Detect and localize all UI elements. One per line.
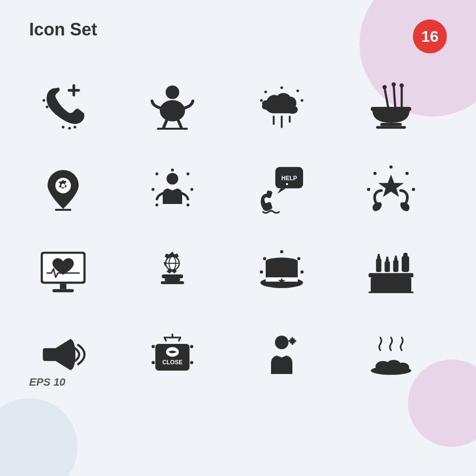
hat-star-icon [248, 238, 316, 306]
page-title: Icon Set [29, 19, 97, 40]
overweight-person-icon [138, 73, 206, 141]
badge-number: 16 [413, 19, 447, 53]
help-phone-icon: HELP [248, 155, 316, 223]
svg-point-3 [43, 99, 46, 102]
main-container: Icon Set 16 [0, 0, 476, 408]
svg-point-41 [390, 166, 393, 169]
svg-point-60 [266, 257, 298, 265]
footer-label: EPS 10 [29, 376, 66, 389]
svg-rect-69 [371, 277, 411, 292]
svg-rect-27 [376, 126, 406, 129]
svg-point-64 [297, 257, 301, 260]
svg-rect-26 [380, 123, 402, 126]
global-settings-icon [138, 238, 206, 306]
creative-person-icon [138, 155, 206, 223]
svg-point-14 [296, 89, 299, 92]
svg-marker-46 [378, 174, 404, 197]
svg-rect-72 [378, 254, 380, 257]
svg-point-66 [260, 271, 263, 274]
svg-point-11 [260, 99, 263, 102]
svg-rect-49 [60, 284, 66, 289]
star-hands-icon [357, 155, 425, 223]
svg-rect-75 [386, 256, 388, 260]
svg-point-43 [406, 172, 409, 175]
svg-point-34 [171, 169, 174, 171]
svg-point-32 [155, 204, 158, 206]
header: Icon Set 16 [29, 19, 447, 53]
location-gear-icon [29, 155, 97, 223]
svg-point-83 [67, 340, 76, 370]
svg-text:HELP: HELP [281, 175, 297, 182]
svg-point-30 [155, 172, 158, 175]
svg-rect-70 [376, 259, 381, 272]
bg-decoration-bottom-left [0, 398, 78, 476]
svg-rect-68 [369, 273, 413, 277]
cloud-rain-icon [248, 73, 316, 141]
svg-point-103 [396, 363, 409, 373]
svg-rect-76 [393, 260, 398, 272]
svg-point-63 [263, 257, 267, 260]
svg-point-92 [190, 345, 193, 348]
svg-point-65 [280, 250, 284, 254]
svg-rect-80 [403, 253, 408, 257]
svg-point-37 [167, 173, 178, 185]
svg-point-2 [46, 105, 49, 108]
noodle-bowl-icon [357, 73, 425, 141]
svg-point-23 [382, 85, 387, 89]
svg-line-20 [385, 88, 389, 108]
svg-point-5 [62, 126, 65, 129]
svg-line-21 [394, 85, 395, 108]
svg-point-12 [301, 99, 304, 102]
svg-point-24 [391, 82, 396, 86]
svg-point-6 [68, 127, 71, 130]
svg-point-95 [275, 336, 289, 349]
svg-point-35 [152, 188, 154, 191]
svg-point-8 [166, 85, 179, 99]
svg-text:CLOSE: CLOSE [162, 359, 183, 366]
svg-point-36 [190, 188, 193, 191]
svg-rect-78 [395, 255, 397, 259]
svg-rect-50 [52, 289, 74, 292]
svg-rect-56 [165, 278, 180, 281]
svg-point-94 [190, 361, 193, 364]
svg-point-33 [187, 204, 189, 206]
svg-point-4 [49, 95, 52, 98]
heart-monitor-icon [29, 238, 97, 306]
svg-rect-19 [371, 107, 411, 111]
svg-point-45 [412, 188, 415, 191]
svg-point-44 [367, 188, 371, 191]
icon-grid: HELP [29, 73, 447, 389]
svg-point-13 [280, 86, 283, 89]
bar-counter-icon [357, 238, 425, 306]
svg-point-40 [286, 183, 288, 185]
svg-point-42 [374, 172, 377, 175]
svg-point-7 [73, 126, 76, 129]
svg-rect-79 [402, 256, 409, 272]
svg-point-25 [400, 84, 404, 88]
svg-rect-82 [43, 348, 48, 361]
svg-point-9 [160, 100, 185, 121]
call-add-icon [29, 73, 97, 141]
svg-point-93 [152, 361, 155, 364]
svg-point-91 [152, 345, 155, 348]
svg-point-15 [264, 90, 267, 93]
svg-rect-55 [162, 274, 183, 278]
person-plus-icon [248, 321, 316, 389]
hot-food-icon [357, 321, 425, 389]
svg-rect-57 [161, 281, 184, 284]
svg-point-31 [187, 172, 189, 175]
svg-point-67 [301, 271, 304, 274]
close-sign-icon: CLOSE [138, 321, 206, 389]
